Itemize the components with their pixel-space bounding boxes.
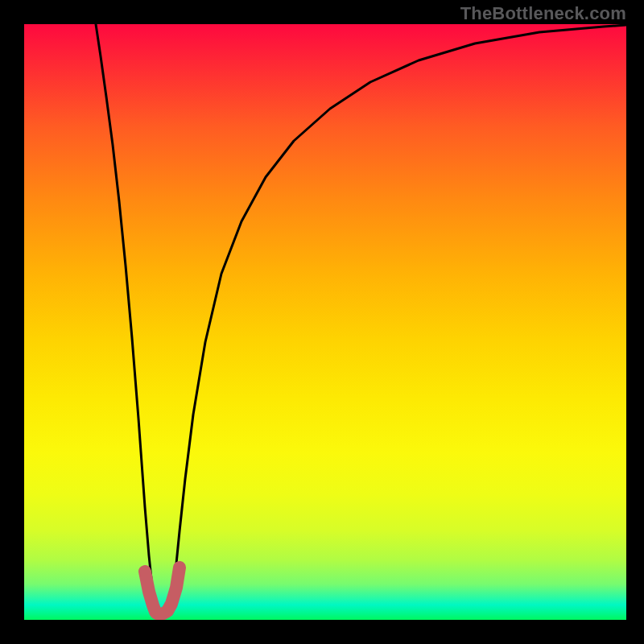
curve-path (96, 24, 626, 616)
plot-area (24, 24, 626, 620)
marker-path (145, 568, 180, 614)
watermark-text: TheBottleneck.com (460, 3, 626, 24)
chart-svg (24, 24, 626, 620)
chart-frame: TheBottleneck.com (0, 0, 644, 644)
